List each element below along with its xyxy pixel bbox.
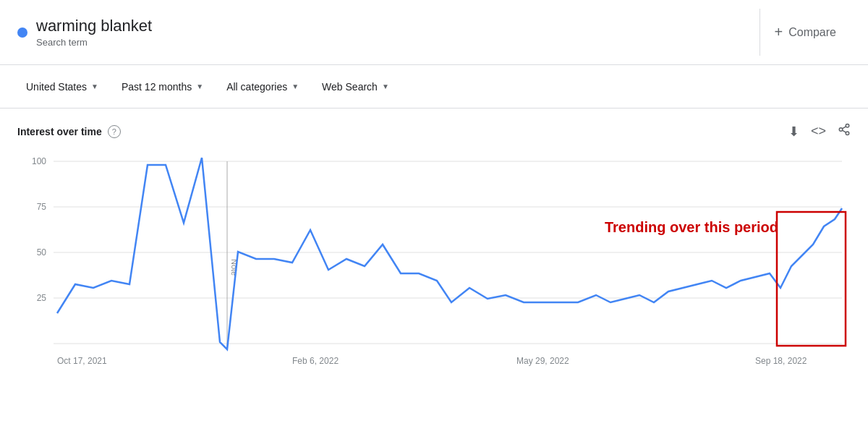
compare-label: Compare [788, 26, 836, 39]
embed-icon[interactable]: <> [811, 124, 826, 139]
svg-text:25: 25 [37, 293, 47, 303]
chart-actions: ⬇ <> [788, 123, 851, 140]
download-icon[interactable]: ⬇ [788, 124, 799, 140]
trending-highlight-box [777, 212, 846, 346]
svg-text:75: 75 [37, 202, 47, 212]
search-type-filter[interactable]: Web Search ▼ [313, 77, 398, 97]
region-label: United States [26, 81, 87, 93]
header-section: warming blanket Search term + Compare [0, 0, 868, 65]
chart-header: Interest over time ? ⬇ <> [17, 123, 851, 140]
time-range-label: Past 12 months [122, 81, 192, 93]
interest-chart: 100 75 50 25 Note Oct 17, 2021 Feb 6, 20… [17, 147, 851, 393]
help-icon[interactable]: ? [108, 125, 121, 138]
time-range-arrow-icon: ▼ [196, 82, 203, 90]
filter-bar: United States ▼ Past 12 months ▼ All cat… [0, 65, 868, 109]
svg-text:May 29, 2022: May 29, 2022 [516, 356, 569, 366]
chart-line [57, 158, 842, 349]
region-arrow-icon: ▼ [91, 82, 98, 90]
svg-line-4 [842, 127, 846, 129]
compare-plus-icon: + [775, 24, 783, 41]
svg-text:Oct 17, 2021: Oct 17, 2021 [57, 356, 107, 366]
term-name: warming blanket [36, 17, 152, 35]
svg-text:Feb 6, 2022: Feb 6, 2022 [292, 356, 339, 366]
search-term-dot [17, 27, 27, 38]
svg-point-1 [839, 128, 843, 132]
search-term-block: warming blanket Search term [17, 17, 760, 48]
categories-arrow-icon: ▼ [292, 82, 299, 90]
chart-section: Interest over time ? ⬇ <> 100 75 [0, 109, 868, 422]
chart-title-group: Interest over time ? [17, 125, 121, 138]
categories-filter[interactable]: All categories ▼ [218, 77, 307, 97]
svg-text:Sep 18, 2022: Sep 18, 2022 [755, 356, 807, 366]
share-icon[interactable] [838, 123, 851, 140]
svg-point-0 [846, 124, 849, 128]
svg-text:100: 100 [32, 156, 46, 166]
svg-point-2 [846, 132, 849, 135]
svg-text:50: 50 [37, 247, 47, 258]
compare-button[interactable]: + Compare [760, 9, 851, 56]
search-type-arrow-icon: ▼ [382, 82, 389, 90]
search-type-label: Web Search [322, 81, 378, 93]
region-filter[interactable]: United States ▼ [17, 77, 107, 97]
svg-line-3 [842, 130, 846, 132]
search-term-text: warming blanket Search term [36, 17, 152, 48]
time-range-filter[interactable]: Past 12 months ▼ [113, 77, 212, 97]
chart-container: 100 75 50 25 Note Oct 17, 2021 Feb 6, 20… [17, 147, 851, 422]
categories-label: All categories [226, 81, 287, 93]
chart-title: Interest over time [17, 126, 102, 137]
term-label: Search term [36, 37, 152, 48]
